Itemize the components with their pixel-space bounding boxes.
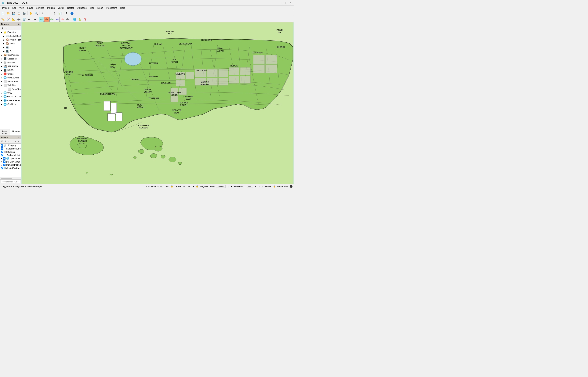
expand-icon-wms[interactable]: ▶: [1, 77, 3, 79]
rotation-down[interactable]: ▼: [258, 185, 260, 187]
browser-item-favorites[interactable]: ▶ ⭐ Favorites: [0, 30, 21, 34]
redo-button[interactable]: ↪: [32, 17, 37, 22]
menu-item-edit[interactable]: Edit: [11, 6, 18, 10]
layer-item-ura-planning[interactable]: ▶ URA MP 2014 Planning A...: [0, 163, 21, 166]
field-calculator-button[interactable]: ∑: [52, 11, 57, 16]
magnifier-down[interactable]: ▼: [230, 185, 232, 187]
expand-icon-project[interactable]: ▶: [3, 39, 5, 41]
browser-item-sap[interactable]: ▶ 💾 SAP HANA: [0, 64, 21, 68]
layer-check-cadastral[interactable]: [1, 154, 3, 156]
expand-icon-geonode[interactable]: ▶: [1, 103, 3, 105]
layers-down[interactable]: ↓: [11, 140, 13, 143]
expand-icon-favorites[interactable]: ▶: [1, 31, 3, 33]
tab-browser[interactable]: Browser: [10, 130, 21, 135]
expand-ura-p[interactable]: ▶: [1, 164, 2, 166]
menu-item-vector[interactable]: Vector: [56, 6, 66, 10]
expand-icon-mssql[interactable]: ▶: [1, 69, 3, 71]
magnifier-up[interactable]: ▲: [227, 185, 229, 187]
layers-remove[interactable]: −: [17, 140, 20, 143]
browser-item-vector-tiles[interactable]: ▶ ⬜ Vector Tiles: [0, 80, 21, 83]
rotation-up[interactable]: ▲: [255, 185, 257, 187]
scale-dropdown-icon[interactable]: ▼: [192, 185, 194, 188]
layer-item-building[interactable]: Building: [0, 150, 21, 153]
menu-item-plugins[interactable]: Plugins: [46, 6, 56, 10]
label-tool-btn6[interactable]: abc: [65, 17, 70, 22]
browser-item-geopackage[interactable]: ▶ 📦 GeoPackage: [0, 53, 21, 57]
layer-check-road[interactable]: [1, 147, 3, 150]
close-button[interactable]: ✕: [289, 1, 292, 5]
layers-close-icon[interactable]: ×: [18, 136, 20, 139]
layer-check-ura-landuse[interactable]: [3, 160, 5, 163]
globe-button[interactable]: 🌐: [72, 17, 77, 22]
browser-item-osm[interactable]: ⬜ OpenStreetMap: [0, 87, 21, 91]
expand-icon-sap[interactable]: ▶: [1, 65, 3, 67]
expand-icon-xyz[interactable]: ▼: [1, 84, 3, 86]
attribute-table-button[interactable]: 📊: [58, 11, 62, 16]
browser-item-d-drive[interactable]: ▶ 💻 D:\: [0, 49, 21, 53]
digitize-button[interactable]: ✏️: [0, 17, 5, 22]
scale-display[interactable]: Scale 1:102167: [175, 185, 191, 188]
browser-item-geonode[interactable]: ▶ 🌐 GeoNode: [0, 102, 21, 106]
new-project-button[interactable]: 📄: [0, 11, 5, 16]
browser-item-spatial-bookmarks[interactable]: ▶ 📖 Spatial Bookmarks: [0, 34, 21, 38]
expand-ura-lu[interactable]: ▶: [1, 161, 2, 163]
layers-check-all[interactable]: ☑: [1, 140, 4, 143]
browser-info-btn[interactable]: ℹ: [12, 26, 15, 30]
save-project-button[interactable]: 💾: [11, 11, 16, 16]
expand-icon-c[interactable]: ▶: [3, 47, 5, 48]
menu-item-layer[interactable]: Layer: [26, 6, 35, 10]
layer-item-shopping[interactable]: 🛒 Shopping: [0, 144, 21, 147]
delete-feature-button[interactable]: 🗑️: [22, 17, 26, 22]
expand-icon-wfs[interactable]: ▶: [1, 96, 3, 98]
menu-item-web[interactable]: Web: [88, 6, 96, 10]
map-area[interactable]: PASIR RIS CHANGI TAMPINES HOUGANG SERANG…: [21, 22, 294, 184]
expand-osm[interactable]: ▶: [1, 157, 2, 160]
h-scrollbar-thumb[interactable]: [1, 178, 12, 179]
browser-item-wcs[interactable]: ▶ 🌐 WCS: [0, 91, 21, 95]
browser-item-postgis[interactable]: ▶ 🐘 PostGIS: [0, 61, 21, 64]
browser-item-home[interactable]: ▶ 🏠 Home: [0, 42, 21, 46]
menu-item-raster[interactable]: Raster: [66, 6, 75, 10]
expand-icon-spatial2[interactable]: ▶: [1, 58, 3, 60]
expand-icon-vt[interactable]: ▶: [1, 81, 3, 82]
layer-check-building[interactable]: [1, 151, 3, 153]
expand-icon-geo[interactable]: ▶: [1, 54, 3, 56]
rotation-value[interactable]: 0.0: [247, 185, 253, 188]
layer-check-ura-planning[interactable]: [3, 164, 5, 166]
label-tool-btn3[interactable]: abc: [49, 17, 54, 22]
render-label[interactable]: Render: [265, 185, 272, 188]
maximize-button[interactable]: □: [284, 1, 288, 5]
tab-layer-order[interactable]: Layer Order: [0, 130, 10, 135]
layers-up[interactable]: ↑: [7, 140, 10, 143]
menu-item-view[interactable]: View: [18, 6, 26, 10]
expand-icon-spatial[interactable]: ▶: [3, 35, 5, 37]
layers-add[interactable]: +: [14, 140, 17, 143]
browser-collapse-btn[interactable]: ↑: [8, 26, 12, 30]
layer-item-ura-landuse[interactable]: ▶ URA MP2014 Landuse Pl...: [0, 160, 21, 163]
layer-check-shopping[interactable]: [1, 144, 3, 147]
menu-item-project[interactable]: Project: [1, 6, 11, 10]
layers-filter[interactable]: ⚙: [4, 140, 7, 143]
select-feature-button[interactable]: ↖: [40, 11, 45, 16]
menu-item-processing[interactable]: Processing: [104, 6, 119, 10]
magnifier-spinbox[interactable]: 100%: [216, 185, 226, 188]
layer-check-costal[interactable]: [1, 167, 3, 169]
print-button[interactable]: 🖨️: [22, 11, 26, 16]
expand-icon-arcgis[interactable]: ▶: [1, 99, 3, 102]
identify-button[interactable]: ℹ: [46, 11, 50, 16]
zoom-in-button[interactable]: 🔍: [34, 11, 38, 16]
locate-input[interactable]: [0, 180, 20, 183]
browser-item-project-home[interactable]: ▶ 🏠 Project Home: [0, 38, 21, 42]
layer-item-cadastral[interactable]: Cadastral_Lot: [0, 153, 21, 157]
menu-item-help[interactable]: Help: [119, 6, 127, 10]
browser-refresh-btn[interactable]: ↻: [1, 26, 4, 30]
python-button[interactable]: 🐍: [77, 17, 82, 22]
help-button[interactable]: ❓: [83, 17, 88, 22]
browser-expand-btn[interactable]: →: [5, 26, 8, 30]
expand-icon-oracle[interactable]: ▶: [1, 73, 3, 75]
add-feature-button[interactable]: ➕: [16, 17, 21, 22]
layer-check-osm[interactable]: [3, 157, 5, 160]
expand-icon-postgis[interactable]: ▶: [1, 62, 3, 64]
menu-item-mesh[interactable]: Mesh: [96, 6, 104, 10]
browser-item-arcgis[interactable]: ▶ 🌐 ArcGIS REST Servers: [0, 98, 21, 102]
